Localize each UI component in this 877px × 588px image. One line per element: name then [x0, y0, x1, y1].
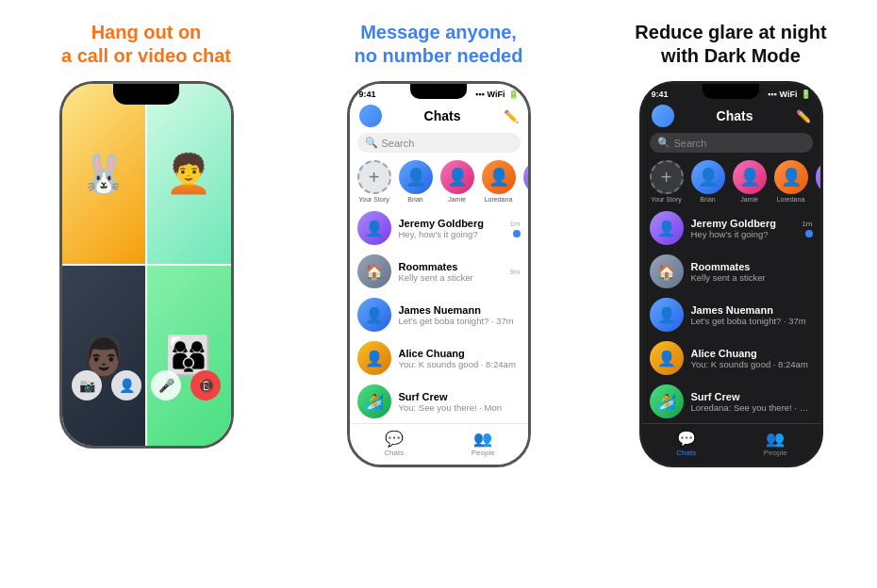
dark-story-jamie[interactable]: 👤 Jamie	[733, 160, 767, 203]
wifi-icon: WiFi	[488, 90, 505, 99]
dark-chat-item-alice[interactable]: 👤 Alice Chuang You: K sounds good · 8:24…	[650, 336, 813, 380]
dark-search-icon: 🔍	[657, 137, 670, 149]
story-label-loredana: Loredana	[485, 196, 513, 203]
chat-list-light: 👤 Jeremy Goldberg Hey, how's it going? 1…	[350, 206, 528, 423]
dark-messenger-header: Chats ✏️	[642, 101, 820, 131]
chat-item-james[interactable]: 👤 James Nuemann Let's get boba tonight? …	[357, 293, 521, 336]
chat-name-roommates: Roommates	[399, 261, 503, 272]
tab-chats-light[interactable]: 💬 Chats	[350, 430, 439, 457]
story-avatar-brian: 👤	[399, 160, 433, 194]
signal-icon: ▪▪▪	[475, 90, 485, 99]
dark-story-brian[interactable]: 👤 Brian	[691, 160, 725, 203]
dark-avatar-surf: 🏄	[650, 384, 684, 418]
chat-item-roommates[interactable]: 🏠 Roommates Kelly sent a sticker 9m	[357, 250, 521, 293]
dark-chat-name-roommates: Roommates	[691, 261, 813, 272]
story-gord[interactable]: 👤 Gord	[523, 160, 528, 203]
dark-edit-icon[interactable]: ✏️	[796, 109, 811, 123]
story-jamie[interactable]: 👤 Jamie	[440, 160, 474, 203]
chat-name-james: James Nuemann	[399, 304, 521, 316]
dark-notch-bar	[703, 84, 759, 99]
dark-user-avatar[interactable]	[652, 105, 674, 127]
dark-avatar-jeremy: 👤	[650, 211, 684, 245]
dark-add-story-icon: +	[650, 160, 684, 194]
battery-icon: 🔋	[508, 90, 519, 99]
dark-story-avatar-jamie: 👤	[733, 160, 767, 194]
dark-chat-info-surf: Surf Crew Loredana: See you there! · Wed	[691, 391, 813, 413]
phone-dark: 9:41 ▪▪▪ WiFi 🔋 Chats ✏️ 🔍 Search + Yo	[639, 81, 823, 467]
dark-unread-dot-jeremy	[805, 230, 813, 237]
dark-status-icons: ▪▪▪ WiFi 🔋	[768, 90, 811, 99]
dark-chat-item-roommates[interactable]: 🏠 Roommates Kelly sent a sticker	[650, 250, 813, 293]
dark-tab-people[interactable]: 👥 People	[731, 430, 820, 457]
dark-chat-name-jeremy: Jeremy Goldberg	[691, 218, 795, 229]
story-brian[interactable]: 👤 Brian	[399, 160, 433, 203]
dark-chat-info-alice: Alice Chuang You: K sounds good · 8:24am	[691, 348, 813, 369]
chat-meta-jeremy: 1m	[509, 220, 520, 237]
story-your-story[interactable]: + Your Story	[357, 160, 391, 203]
chat-item-surf[interactable]: 🏄 Surf Crew You: See you there! · Mon	[357, 380, 521, 423]
user-avatar[interactable]	[359, 105, 382, 127]
dark-avatar-james: 👤	[650, 298, 684, 332]
phone-light: 9:41 ▪▪▪ WiFi 🔋 Chats ✏️ 🔍 Search + Yo	[347, 81, 531, 467]
end-call-button[interactable]: 📵	[190, 370, 221, 400]
dark-story-loredana[interactable]: 👤 Loredana	[774, 160, 808, 203]
avatar-jeremy: 👤	[357, 211, 391, 245]
dark-story-yourstory[interactable]: + Your Story	[650, 160, 684, 203]
dark-tab-bar: 💬 Chats 👥 People	[642, 423, 820, 465]
dark-chat-item-jeremy[interactable]: 👤 Jeremy Goldberg Hey how's it going? 1m	[650, 206, 813, 250]
phone-video: 🐰 🧑‍🦱 👨🏿 👩‍👩‍👦 📷 👤 🎤 📵	[59, 81, 234, 449]
dark-people-tab-icon: 👥	[766, 430, 785, 448]
dark-chat-name-alice: Alice Chuang	[691, 348, 813, 359]
search-label: Search	[382, 138, 415, 149]
chat-name-alice: Alice Chuang	[399, 348, 521, 359]
story-avatar-gord: 👤	[523, 160, 528, 194]
dark-story-gord[interactable]: 👤 Gord	[816, 160, 820, 203]
dark-chat-item-james[interactable]: 👤 James Nuemann Let's get boba tonight? …	[650, 293, 813, 336]
panel1-title: Hang out ona call or video chat	[61, 21, 231, 68]
chat-info-surf: Surf Crew You: See you there! · Mon	[399, 391, 521, 413]
status-icons: ▪▪▪ WiFi 🔋	[475, 90, 519, 99]
dark-wifi-icon: WiFi	[780, 90, 798, 99]
story-label-brian: Brian	[407, 196, 422, 203]
dark-chats-tab-label: Chats	[676, 449, 696, 457]
dark-stories-row: + Your Story 👤 Brian 👤 Jamie 👤 Loredana …	[642, 156, 820, 206]
search-icon: 🔍	[365, 137, 378, 149]
dark-chat-preview-jeremy: Hey how's it going?	[691, 229, 795, 239]
messenger-dark-ui: 9:41 ▪▪▪ WiFi 🔋 Chats ✏️ 🔍 Search + Yo	[642, 84, 820, 465]
chats-tab-label: Chats	[384, 449, 404, 457]
add-story-icon: +	[357, 160, 391, 194]
dark-chat-list: 👤 Jeremy Goldberg Hey how's it going? 1m…	[642, 206, 820, 423]
panel-light-messenger: Message anyone,no number needed 9:41 ▪▪▪…	[292, 0, 585, 588]
dark-chat-preview-roommates: Kelly sent a sticker	[691, 272, 813, 283]
chat-item-alice[interactable]: 👤 Alice Chuang You: K sounds good · 8:24…	[357, 336, 521, 380]
add-person-button[interactable]: 👤	[111, 370, 141, 400]
camera-button[interactable]: 📷	[72, 370, 102, 400]
chat-info-alice: Alice Chuang You: K sounds good · 8:24am	[399, 348, 521, 369]
dark-search-bar[interactable]: 🔍 Search	[650, 133, 813, 153]
story-avatar-loredana: 👤	[482, 160, 516, 194]
chat-name-jeremy: Jeremy Goldberg	[399, 218, 503, 229]
dark-signal-icon: ▪▪▪	[768, 90, 777, 99]
chat-info-james: James Nuemann Let's get boba tonight? · …	[399, 304, 521, 326]
dark-story-label-jamie: Jamie	[740, 196, 758, 203]
story-label-yourstory: Your Story	[358, 196, 389, 203]
dark-story-avatar-loredana: 👤	[774, 160, 808, 194]
tab-people-light[interactable]: 👥 People	[438, 430, 528, 457]
tab-bar-light: 💬 Chats 👥 People	[350, 423, 528, 465]
dark-chat-info-jeremy: Jeremy Goldberg Hey how's it going?	[691, 218, 795, 239]
dark-story-avatar-brian: 👤	[691, 160, 725, 194]
dark-chat-name-surf: Surf Crew	[691, 391, 813, 402]
chat-item-jeremy[interactable]: 👤 Jeremy Goldberg Hey, how's it going? 1…	[357, 206, 521, 250]
chats-title: Chats	[424, 108, 461, 123]
mic-button[interactable]: 🎤	[151, 370, 181, 400]
edit-icon[interactable]: ✏️	[504, 109, 519, 123]
dark-time-display: 9:41	[652, 90, 669, 99]
dark-chat-item-surf[interactable]: 🏄 Surf Crew Loredana: See you there! · W…	[650, 380, 813, 423]
avatar-alice: 👤	[357, 341, 391, 375]
dark-chat-name-james: James Nuemann	[691, 304, 813, 316]
dark-tab-chats[interactable]: 💬 Chats	[642, 430, 732, 457]
search-bar[interactable]: 🔍 Search	[357, 133, 521, 153]
messenger-header: Chats ✏️	[350, 101, 528, 131]
story-loredana[interactable]: 👤 Loredana	[482, 160, 516, 203]
story-label-jamie: Jamie	[448, 196, 466, 203]
